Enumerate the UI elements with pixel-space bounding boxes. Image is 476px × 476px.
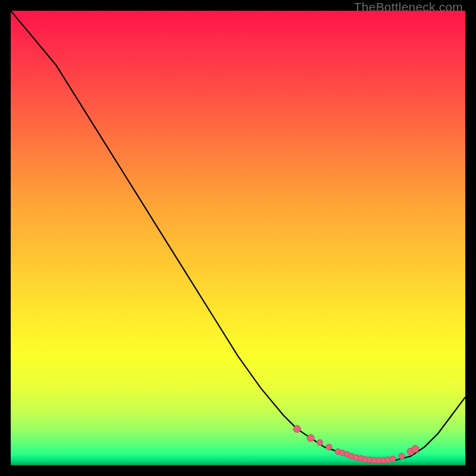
highlight-dot: [412, 446, 419, 453]
highlight-dot: [307, 434, 314, 441]
highlight-dot: [293, 425, 300, 433]
highlight-dot: [326, 444, 332, 450]
plot-area: [11, 11, 465, 465]
chart-frame: TheBottleneck.com: [0, 0, 476, 476]
highlight-dot: [390, 456, 396, 462]
highlight-dot: [317, 440, 323, 446]
bottleneck-curve: [11, 11, 465, 465]
highlight-dot: [399, 453, 405, 459]
